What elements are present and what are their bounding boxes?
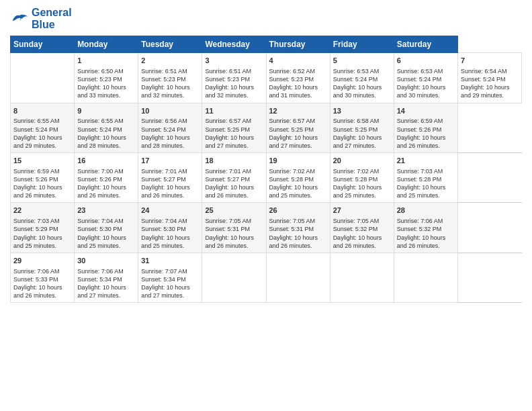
day-number: 25 <box>205 205 263 216</box>
calendar-day-cell: 28Sunrise: 7:06 AM Sunset: 5:32 PM Dayli… <box>394 203 457 253</box>
header-day: Tuesday <box>138 36 202 53</box>
header-day: Thursday <box>266 36 330 53</box>
calendar-day-cell: 14Sunrise: 6:59 AM Sunset: 5:26 PM Dayli… <box>394 103 457 152</box>
calendar-day-cell: 22Sunrise: 7:03 AM Sunset: 5:29 PM Dayli… <box>11 203 75 253</box>
calendar-day-cell: 31Sunrise: 7:07 AM Sunset: 5:34 PM Dayli… <box>138 253 202 302</box>
calendar-day-cell: 15Sunrise: 6:59 AM Sunset: 5:26 PM Dayli… <box>11 153 75 203</box>
calendar-day-cell: 24Sunrise: 7:04 AM Sunset: 5:30 PM Dayli… <box>138 203 202 253</box>
day-number: 30 <box>77 256 135 266</box>
day-number: 24 <box>141 205 199 216</box>
day-info: Sunrise: 6:51 AM Sunset: 5:23 PM Dayligh… <box>205 67 263 100</box>
day-number: 1 <box>77 56 135 66</box>
day-info: Sunrise: 7:03 AM Sunset: 5:29 PM Dayligh… <box>13 217 71 250</box>
day-number: 17 <box>141 156 199 166</box>
logo-text: General Blue <box>32 7 72 30</box>
day-info: Sunrise: 7:04 AM Sunset: 5:30 PM Dayligh… <box>141 217 199 250</box>
calendar-day-cell: 18Sunrise: 7:01 AM Sunset: 5:27 PM Dayli… <box>202 153 266 203</box>
day-info: Sunrise: 7:06 AM Sunset: 5:34 PM Dayligh… <box>77 267 135 300</box>
day-info: Sunrise: 7:05 AM Sunset: 5:31 PM Dayligh… <box>269 217 327 250</box>
day-number: 10 <box>141 106 199 116</box>
calendar-day-cell: 11Sunrise: 6:57 AM Sunset: 5:25 PM Dayli… <box>202 103 266 152</box>
day-number: 13 <box>333 106 391 116</box>
day-info: Sunrise: 7:02 AM Sunset: 5:28 PM Dayligh… <box>333 167 391 200</box>
day-number: 16 <box>77 156 135 166</box>
header-day: Wednesday <box>202 36 266 53</box>
calendar-day-cell: 20Sunrise: 7:02 AM Sunset: 5:28 PM Dayli… <box>330 153 394 203</box>
calendar-day-cell: 29Sunrise: 7:06 AM Sunset: 5:33 PM Dayli… <box>11 253 75 302</box>
day-info: Sunrise: 6:58 AM Sunset: 5:25 PM Dayligh… <box>333 117 391 150</box>
calendar-day-cell: 26Sunrise: 7:05 AM Sunset: 5:31 PM Dayli… <box>266 203 330 253</box>
calendar-week-row: 15Sunrise: 6:59 AM Sunset: 5:26 PM Dayli… <box>11 153 522 203</box>
day-info: Sunrise: 6:57 AM Sunset: 5:25 PM Dayligh… <box>205 117 263 150</box>
calendar-day-cell: 6Sunrise: 6:53 AM Sunset: 5:24 PM Daylig… <box>394 53 457 103</box>
calendar-day-cell: 25Sunrise: 7:05 AM Sunset: 5:31 PM Dayli… <box>202 203 266 253</box>
calendar-day-cell: 12Sunrise: 6:57 AM Sunset: 5:25 PM Dayli… <box>266 103 330 152</box>
day-info: Sunrise: 7:06 AM Sunset: 5:33 PM Dayligh… <box>13 267 71 300</box>
day-info: Sunrise: 6:50 AM Sunset: 5:23 PM Dayligh… <box>77 67 135 100</box>
calendar-day-cell: 13Sunrise: 6:58 AM Sunset: 5:25 PM Dayli… <box>330 103 394 152</box>
day-info: Sunrise: 7:02 AM Sunset: 5:28 PM Dayligh… <box>269 167 327 200</box>
calendar-day-cell: 16Sunrise: 7:00 AM Sunset: 5:26 PM Dayli… <box>75 153 138 203</box>
day-info: Sunrise: 7:01 AM Sunset: 5:27 PM Dayligh… <box>205 167 263 200</box>
day-info: Sunrise: 7:07 AM Sunset: 5:34 PM Dayligh… <box>141 267 199 300</box>
calendar-week-row: 8Sunrise: 6:55 AM Sunset: 5:24 PM Daylig… <box>11 103 522 152</box>
day-info: Sunrise: 6:53 AM Sunset: 5:24 PM Dayligh… <box>333 67 391 100</box>
calendar-day-cell <box>330 253 394 302</box>
calendar-day-cell: 17Sunrise: 7:01 AM Sunset: 5:27 PM Dayli… <box>138 153 202 203</box>
day-number: 23 <box>77 205 135 216</box>
calendar-day-cell: 5Sunrise: 6:53 AM Sunset: 5:24 PM Daylig… <box>330 53 394 103</box>
calendar-day-cell: 19Sunrise: 7:02 AM Sunset: 5:28 PM Dayli… <box>266 153 330 203</box>
calendar-day-cell <box>394 253 457 302</box>
calendar-day-cell <box>202 253 266 302</box>
calendar-week-row: 22Sunrise: 7:03 AM Sunset: 5:29 PM Dayli… <box>11 203 522 253</box>
day-number: 19 <box>269 156 327 166</box>
day-number: 22 <box>13 205 71 216</box>
calendar-day-cell: 30Sunrise: 7:06 AM Sunset: 5:34 PM Dayli… <box>75 253 138 302</box>
calendar-day-cell: 4Sunrise: 6:52 AM Sunset: 5:23 PM Daylig… <box>266 53 330 103</box>
logo: General Blue <box>10 7 72 30</box>
day-number: 12 <box>269 106 327 116</box>
day-number: 7 <box>461 56 519 66</box>
day-info: Sunrise: 6:59 AM Sunset: 5:26 PM Dayligh… <box>397 117 455 150</box>
day-number: 18 <box>205 156 263 166</box>
header-day: Monday <box>75 36 138 53</box>
day-number: 14 <box>397 106 455 116</box>
day-number: 28 <box>397 205 455 216</box>
calendar-table: SundayMondayTuesdayWednesdayThursdayFrid… <box>10 36 522 303</box>
calendar-day-cell: 9Sunrise: 6:55 AM Sunset: 5:24 PM Daylig… <box>75 103 138 152</box>
day-info: Sunrise: 6:55 AM Sunset: 5:24 PM Dayligh… <box>77 117 135 150</box>
calendar-day-empty <box>11 53 75 103</box>
page-header: General Blue <box>10 7 522 30</box>
header-day: Friday <box>330 36 394 53</box>
header-row: SundayMondayTuesdayWednesdayThursdayFrid… <box>11 36 522 53</box>
calendar-day-cell: 2Sunrise: 6:51 AM Sunset: 5:23 PM Daylig… <box>138 53 202 103</box>
header-day: Saturday <box>394 36 457 53</box>
day-info: Sunrise: 6:55 AM Sunset: 5:24 PM Dayligh… <box>13 117 71 150</box>
day-info: Sunrise: 6:52 AM Sunset: 5:23 PM Dayligh… <box>269 67 327 100</box>
header-day: Sunday <box>11 36 75 53</box>
calendar-day-cell: 27Sunrise: 7:05 AM Sunset: 5:32 PM Dayli… <box>330 203 394 253</box>
calendar-day-cell: 21Sunrise: 7:03 AM Sunset: 5:28 PM Dayli… <box>394 153 457 203</box>
day-info: Sunrise: 6:54 AM Sunset: 5:24 PM Dayligh… <box>461 67 519 100</box>
calendar-week-row: 29Sunrise: 7:06 AM Sunset: 5:33 PM Dayli… <box>11 253 522 302</box>
calendar-week-row: 1Sunrise: 6:50 AM Sunset: 5:23 PM Daylig… <box>11 53 522 103</box>
day-number: 26 <box>269 205 327 216</box>
day-number: 2 <box>141 56 199 66</box>
day-number: 29 <box>13 256 71 266</box>
day-info: Sunrise: 7:03 AM Sunset: 5:28 PM Dayligh… <box>397 167 455 200</box>
day-number: 27 <box>333 205 391 216</box>
calendar-day-cell: 1Sunrise: 6:50 AM Sunset: 5:23 PM Daylig… <box>75 53 138 103</box>
calendar-day-cell: 8Sunrise: 6:55 AM Sunset: 5:24 PM Daylig… <box>11 103 75 152</box>
calendar-day-cell: 10Sunrise: 6:56 AM Sunset: 5:24 PM Dayli… <box>138 103 202 152</box>
day-info: Sunrise: 7:06 AM Sunset: 5:32 PM Dayligh… <box>397 217 455 250</box>
day-number: 3 <box>205 56 263 66</box>
day-number: 4 <box>269 56 327 66</box>
day-info: Sunrise: 6:59 AM Sunset: 5:26 PM Dayligh… <box>13 167 71 200</box>
day-info: Sunrise: 6:51 AM Sunset: 5:23 PM Dayligh… <box>141 67 199 100</box>
calendar-day-cell <box>266 253 330 302</box>
day-info: Sunrise: 7:04 AM Sunset: 5:30 PM Dayligh… <box>77 217 135 250</box>
day-number: 21 <box>397 156 455 166</box>
day-info: Sunrise: 7:00 AM Sunset: 5:26 PM Dayligh… <box>77 167 135 200</box>
logo-icon <box>10 11 29 26</box>
day-number: 8 <box>13 106 71 116</box>
